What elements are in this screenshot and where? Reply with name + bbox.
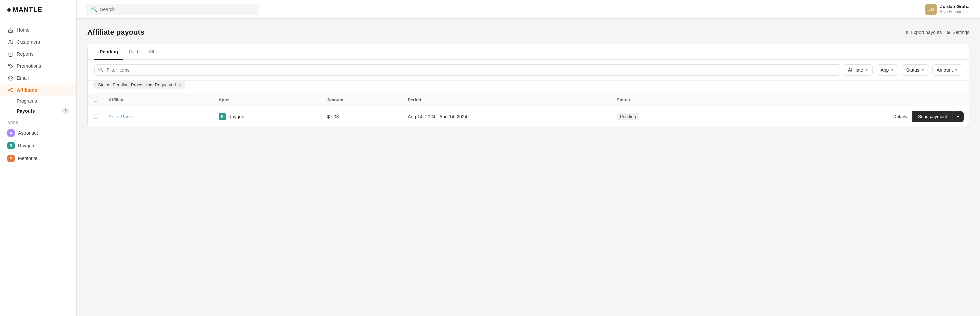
- svg-point-8: [8, 89, 10, 91]
- row-status: Pending: [611, 106, 710, 127]
- sidebar-item-reports-label: Reports: [17, 51, 33, 57]
- astronaut-label: Astronaut: [18, 130, 38, 136]
- app-item-raygun[interactable]: R Raygun: [0, 139, 76, 152]
- filter-input[interactable]: [94, 64, 840, 76]
- tabs: Pending Paid All: [88, 44, 969, 60]
- logo-text: MANTLE: [13, 6, 42, 14]
- gear-icon: ⚙: [947, 30, 951, 35]
- payouts-table: Affiliate Apps Amount Period Status Pete…: [88, 93, 969, 127]
- app-icon-sm: R: [219, 113, 226, 120]
- users-icon: [7, 39, 13, 45]
- sidebar-item-affiliates[interactable]: Affiliates: [0, 84, 76, 96]
- sidebar-item-customers[interactable]: Customers: [0, 36, 76, 48]
- file-icon: [7, 51, 13, 57]
- filter-bar: 🔍 Affiliate ▼ App ▼ Status ▼ Amount: [88, 60, 969, 81]
- sidebar-item-affiliates-label: Affiliates: [17, 87, 37, 93]
- meteorite-app-icon: M: [7, 155, 15, 162]
- sidebar-item-programs[interactable]: Programs: [0, 96, 76, 106]
- affiliate-link[interactable]: Peter Parker: [109, 114, 135, 119]
- filter-input-wrap: 🔍: [94, 64, 840, 76]
- row-actions: Details Send payment ▼: [716, 111, 964, 122]
- th-apps: Apps: [213, 93, 322, 106]
- svg-point-5: [10, 65, 10, 66]
- astronaut-app-icon: A: [7, 129, 15, 137]
- page-actions: ⇧ Export payouts ⚙ Settings: [905, 30, 969, 35]
- th-affiliate: Affiliate: [103, 93, 213, 106]
- page-title: Affiliate payouts: [88, 28, 144, 37]
- tab-all[interactable]: All: [143, 44, 159, 60]
- payouts-panel: Pending Paid All 🔍 Affiliate ▼ App ▼: [88, 44, 969, 127]
- sidebar-item-payouts[interactable]: Payouts 2: [0, 106, 76, 116]
- select-all-checkbox[interactable]: [93, 97, 98, 102]
- apps-section-title: Apps: [0, 116, 76, 127]
- th-actions: [710, 93, 969, 106]
- sidebar-nav: Home Customers: [0, 20, 76, 169]
- search-input[interactable]: [100, 7, 255, 12]
- row-affiliate: Peter Parker: [103, 106, 213, 127]
- chevron-down-icon: ▼: [865, 68, 869, 72]
- row-checkbox[interactable]: [93, 114, 98, 119]
- export-payouts-button[interactable]: ⇧ Export payouts: [905, 30, 942, 35]
- filter-search-icon: 🔍: [98, 67, 103, 73]
- th-status: Status: [611, 93, 710, 106]
- remove-filter-button[interactable]: ✕: [178, 83, 182, 87]
- tab-pending[interactable]: Pending: [94, 44, 123, 60]
- sidebar-item-customers-label: Customers: [17, 39, 40, 44]
- svg-line-11: [10, 91, 11, 91]
- chevron-down-icon: ▼: [890, 68, 894, 72]
- search-box[interactable]: 🔍: [86, 4, 259, 15]
- page-header: Affiliate payouts ⇧ Export payouts ⚙ Set…: [88, 28, 969, 37]
- user-name: Jordan Grah...: [940, 4, 970, 10]
- active-filter-label: Status: Pending, Processing, Requested: [98, 83, 176, 87]
- payouts-badge: 2: [62, 108, 69, 114]
- share-icon: [7, 87, 13, 93]
- user-info: Jordan Grah... Five Friends Inc.: [940, 4, 970, 15]
- sidebar: MANTLE Home Customers: [0, 0, 77, 316]
- sidebar-item-reports[interactable]: Reports: [0, 48, 76, 60]
- row-amount: $7.03: [322, 106, 402, 127]
- user-section[interactable]: JG Jordan Grah... Five Friends Inc.: [925, 4, 970, 15]
- tag-icon: [7, 63, 13, 69]
- header: 🔍 JG Jordan Grah... Five Friends Inc.: [77, 0, 980, 19]
- settings-button[interactable]: ⚙ Settings: [947, 30, 969, 35]
- th-amount: Amount: [322, 93, 402, 106]
- app-item-astronaut[interactable]: A Astronaut: [0, 127, 76, 139]
- sidebar-item-promotions-label: Promotions: [17, 64, 41, 69]
- sidebar-item-home[interactable]: Home: [0, 24, 76, 36]
- sidebar-item-payouts-label: Payouts: [17, 108, 35, 114]
- sidebar-item-programs-label: Programs: [17, 98, 37, 104]
- status-badge: Pending: [617, 113, 640, 120]
- mail-icon: [7, 75, 13, 81]
- sidebar-item-promotions[interactable]: Promotions: [0, 60, 76, 72]
- main-content: 🔍 JG Jordan Grah... Five Friends Inc. Af…: [77, 0, 980, 316]
- svg-line-10: [10, 89, 11, 90]
- filter-tags: Status: Pending, Processing, Requested ✕: [88, 81, 969, 93]
- home-icon: [7, 27, 13, 33]
- row-period: Aug 14, 2024 - Aug 14, 2024: [402, 106, 611, 127]
- sidebar-item-email-label: Email: [17, 75, 29, 81]
- sidebar-item-email[interactable]: Email: [0, 72, 76, 84]
- logo: MANTLE: [0, 0, 76, 20]
- logo-dot: [7, 8, 11, 12]
- details-button[interactable]: Details: [888, 111, 912, 122]
- row-app: R Raygun: [213, 106, 322, 127]
- svg-point-9: [11, 91, 12, 92]
- avatar: JG: [925, 4, 937, 15]
- raygun-app-icon: R: [7, 142, 15, 149]
- filter-app-dropdown[interactable]: App ▼: [876, 64, 898, 76]
- app-item-meteorite[interactable]: M Meteorite: [0, 152, 76, 165]
- row-actions-cell: Details Send payment ▼: [710, 106, 969, 127]
- filter-amount-dropdown[interactable]: Amount ▼: [932, 64, 963, 76]
- send-payment-button[interactable]: Send payment: [912, 111, 952, 122]
- send-payment-dropdown-button[interactable]: ▼: [952, 111, 964, 122]
- filter-affiliate-dropdown[interactable]: Affiliate ▼: [844, 64, 873, 76]
- page-content: Affiliate payouts ⇧ Export payouts ⚙ Set…: [77, 19, 980, 316]
- meteorite-label: Meteorite: [18, 156, 37, 161]
- chevron-down-icon: ▼: [955, 68, 958, 72]
- sidebar-item-home-label: Home: [17, 27, 30, 33]
- tab-paid[interactable]: Paid: [123, 44, 143, 60]
- filter-status-dropdown[interactable]: Status ▼: [902, 64, 929, 76]
- th-checkbox: [88, 93, 103, 106]
- search-icon: 🔍: [91, 6, 97, 12]
- row-checkbox-cell: [88, 106, 103, 127]
